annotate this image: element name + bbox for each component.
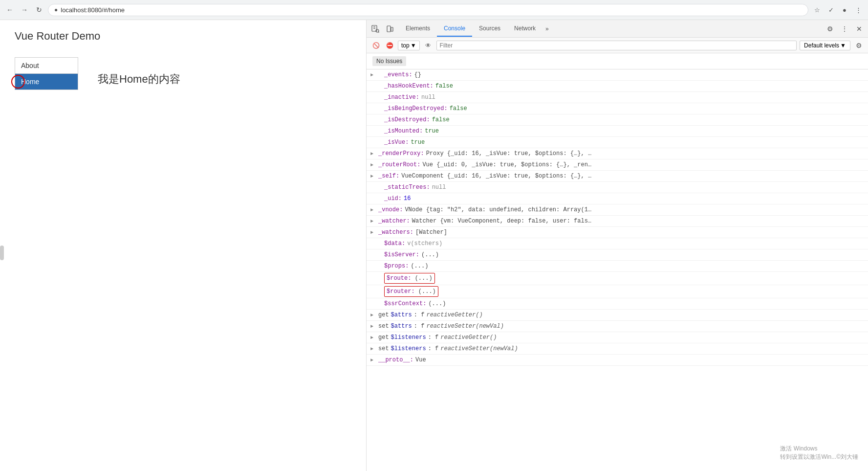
console-line-routerRoot: ► _routerRoot: Vue {_uid: 0, _isVue: tru… bbox=[367, 159, 868, 171]
devtools-close-icon[interactable]: ✕ bbox=[852, 22, 866, 36]
no-issues-bar: No Issues bbox=[367, 53, 868, 69]
tab-console[interactable]: Console bbox=[437, 21, 472, 37]
console-line-data: $data: v(stchers) bbox=[367, 238, 868, 249]
console-line-proto: ► __proto__: Vue bbox=[367, 355, 868, 366]
console-line-ssrContext: $ssrContext: (...) bbox=[367, 298, 868, 310]
device-toolbar-icon[interactable] bbox=[383, 22, 397, 36]
expand-arrow-vnode[interactable]: ► bbox=[370, 206, 373, 215]
about-nav-link[interactable]: About bbox=[15, 58, 78, 74]
console-line-route: $route: (...) bbox=[367, 272, 868, 285]
console-line-events: ► _events: {} bbox=[367, 69, 868, 81]
main-content-text: 我是Home的内容 bbox=[98, 72, 180, 87]
console-line-isServer: $isServer: (...) bbox=[367, 249, 868, 261]
eye-icon[interactable]: 👁 bbox=[423, 40, 434, 51]
expand-arrow-routerRoot[interactable]: ► bbox=[370, 161, 373, 170]
expand-arrow-watcher[interactable]: ► bbox=[370, 217, 373, 226]
devtools-panel: Elements Console Sources Network » ⚙ ⋮ ✕… bbox=[367, 20, 868, 471]
home-nav-link[interactable]: Home bbox=[15, 74, 78, 90]
levels-label: Default levels bbox=[804, 42, 839, 49]
console-line-self: ► _self: VueComponent {_uid: 16, _isVue:… bbox=[367, 171, 868, 182]
nav-links-container: About Home bbox=[15, 57, 78, 90]
expand-arrow-renderProxy[interactable]: ► bbox=[370, 150, 373, 158]
console-line-watchers: ► _watchers: [Watcher] bbox=[367, 227, 868, 238]
expand-arrow-setListeners[interactable]: ► bbox=[370, 345, 373, 354]
forward-button[interactable]: → bbox=[19, 4, 30, 16]
console-line-props: $props: (...) bbox=[367, 261, 868, 272]
bookmark-star-icon[interactable]: ☆ bbox=[811, 4, 823, 16]
filter-input[interactable] bbox=[436, 41, 797, 50]
extension-icon[interactable]: ✓ bbox=[825, 4, 837, 16]
scroll-indicator bbox=[0, 246, 4, 260]
devtools-more-icon[interactable]: ⋮ bbox=[838, 22, 851, 36]
browser-toolbar: ← → ↻ ● localhost:8080/#/home ☆ ✓ ● ⋮ bbox=[0, 0, 868, 20]
console-toolbar: 🚫 ⛔ top ▼ 👁 Default levels ▼ ⚙ bbox=[367, 38, 868, 53]
svg-rect-6 bbox=[391, 27, 393, 31]
console-line-router: $router: (...) bbox=[367, 285, 868, 298]
tab-network[interactable]: Network bbox=[507, 21, 542, 37]
devtools-tabs-bar: Elements Console Sources Network » ⚙ ⋮ ✕ bbox=[367, 20, 868, 38]
console-line-uid: _uid: 16 bbox=[367, 193, 868, 204]
inspect-element-icon[interactable] bbox=[369, 22, 382, 36]
console-line-isVue: _isVue: true bbox=[367, 137, 868, 148]
browser-chrome: ← → ↻ ● localhost:8080/#/home ☆ ✓ ● ⋮ bbox=[0, 0, 868, 20]
devtools-action-buttons: ⚙ ⋮ ✕ bbox=[823, 22, 866, 36]
console-line-inactive: _inactive: null bbox=[367, 92, 868, 103]
main-area: Vue Router Demo About Home 我是Home的内容 bbox=[0, 20, 868, 471]
lock-icon: ● bbox=[54, 6, 58, 13]
expand-arrow-getAttrs[interactable]: ► bbox=[370, 311, 373, 320]
block-console-icon[interactable]: ⛔ bbox=[384, 40, 395, 51]
svg-line-4 bbox=[378, 32, 379, 33]
expand-arrow-self[interactable]: ► bbox=[370, 172, 373, 181]
address-bar[interactable]: ● localhost:8080/#/home bbox=[48, 4, 808, 16]
console-settings-icon[interactable]: ⚙ bbox=[853, 40, 864, 51]
url-text: localhost:8080/#/home bbox=[61, 6, 125, 14]
tab-sources[interactable]: Sources bbox=[472, 21, 507, 37]
devtools-icon-buttons bbox=[369, 22, 397, 36]
tab-elements[interactable]: Elements bbox=[399, 21, 437, 37]
clear-console-icon[interactable]: 🚫 bbox=[370, 40, 381, 51]
more-tabs-button[interactable]: » bbox=[542, 25, 552, 32]
router-highlight-box: $router: (...) bbox=[384, 286, 438, 297]
console-line-renderProxy: ► _renderProxy: Proxy {_uid: 16, _isVue:… bbox=[367, 148, 868, 159]
console-line-hasHookEvent: _hasHookEvent: false bbox=[367, 81, 868, 92]
console-line-getListeners: ► get $listeners: f reactiveGetter() bbox=[367, 332, 868, 343]
top-label: top bbox=[401, 42, 410, 49]
console-line-isDestroyed: _isDestroyed: false bbox=[367, 114, 868, 126]
page-content: Vue Router Demo About Home 我是Home的内容 bbox=[0, 20, 367, 471]
profile-icon[interactable]: ● bbox=[839, 4, 850, 16]
levels-dropdown-icon: ▼ bbox=[840, 42, 846, 49]
no-issues-badge: No Issues bbox=[372, 56, 406, 66]
nav-links: About Home bbox=[15, 57, 78, 100]
expand-arrow-events[interactable]: ► bbox=[370, 71, 373, 80]
reload-button[interactable]: ↻ bbox=[33, 4, 45, 16]
top-context-selector[interactable]: top ▼ bbox=[398, 41, 420, 50]
console-line-getAttrs: ► get $attrs: f reactiveGetter() bbox=[367, 310, 868, 321]
top-dropdown-icon: ▼ bbox=[411, 42, 416, 49]
default-levels-selector[interactable]: Default levels ▼ bbox=[800, 41, 850, 50]
more-options-icon[interactable]: ⋮ bbox=[852, 4, 864, 16]
console-line-staticTrees: _staticTrees: null bbox=[367, 182, 868, 193]
console-line-isBeingDestroyed: _isBeingDestroyed: false bbox=[367, 103, 868, 114]
svg-rect-5 bbox=[387, 26, 391, 32]
browser-actions: ☆ ✓ ● ⋮ bbox=[811, 4, 864, 16]
watermark: 激活 Windows转到设置以激活Win...©刘大锤 bbox=[780, 445, 858, 461]
page-title: Vue Router Demo bbox=[15, 30, 351, 43]
back-button[interactable]: ← bbox=[4, 4, 16, 16]
console-output[interactable]: ► _events: {} _hasHookEvent: false _inac… bbox=[367, 69, 868, 471]
console-line-setAttrs: ► set $attrs: f reactiveSetter(newVal) bbox=[367, 321, 868, 332]
console-line-vnode: ► _vnode: VNode {tag: "h2", data: undefi… bbox=[367, 204, 868, 216]
expand-arrow-setAttrs[interactable]: ► bbox=[370, 322, 373, 331]
route-highlight-box: $route: (...) bbox=[384, 273, 435, 284]
expand-arrow-proto[interactable]: ► bbox=[370, 356, 373, 365]
console-line-isMounted: _isMounted: true bbox=[367, 126, 868, 137]
devtools-settings-icon[interactable]: ⚙ bbox=[823, 22, 837, 36]
expand-arrow-getListeners[interactable]: ► bbox=[370, 334, 373, 342]
console-line-watcher: ► _watcher: Watcher {vm: VueComponent, d… bbox=[367, 216, 868, 227]
expand-arrow-watchers[interactable]: ► bbox=[370, 228, 373, 237]
console-line-setListeners: ► set $listeners: f reactiveSetter(newVa… bbox=[367, 343, 868, 355]
